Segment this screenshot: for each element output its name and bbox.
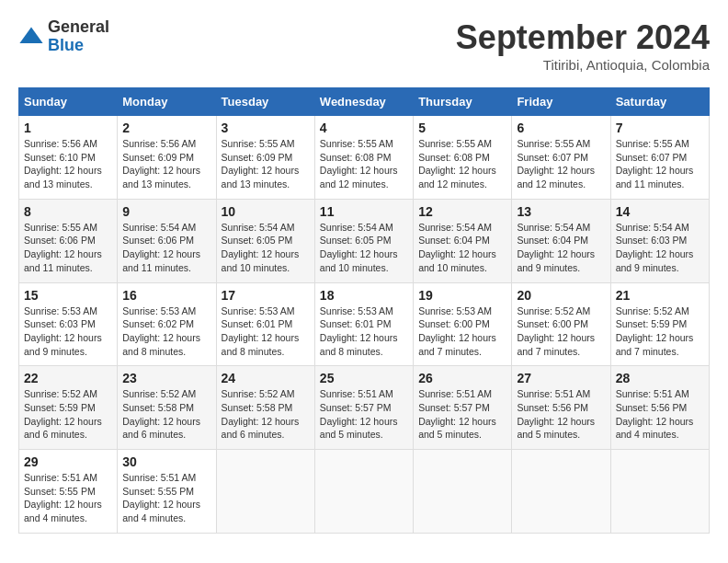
table-row bbox=[314, 450, 413, 534]
day-number: 18 bbox=[320, 288, 408, 303]
day-number: 3 bbox=[222, 121, 310, 135]
day-number: 16 bbox=[122, 288, 210, 303]
location-subtitle: Titiribi, Antioquia, Colombia bbox=[456, 57, 710, 73]
table-row: 27 Sunrise: 5:51 AM Sunset: 5:56 PM Dayl… bbox=[512, 366, 610, 450]
day-number: 25 bbox=[320, 371, 408, 385]
day-info: Sunrise: 5:52 AM Sunset: 5:58 PM Dayligh… bbox=[122, 387, 210, 442]
col-friday: Friday bbox=[512, 88, 610, 116]
day-info: Sunrise: 5:51 AM Sunset: 5:55 PM Dayligh… bbox=[24, 471, 112, 525]
title-area: September 2024 Titiribi, Antioquia, Colo… bbox=[456, 18, 710, 73]
table-row: 2 Sunrise: 5:56 AM Sunset: 6:09 PM Dayli… bbox=[118, 116, 216, 200]
table-row: 7 Sunrise: 5:55 AM Sunset: 6:07 PM Dayli… bbox=[610, 116, 709, 200]
calendar-week-row: 8 Sunrise: 5:55 AM Sunset: 6:06 PM Dayli… bbox=[19, 199, 710, 282]
day-info: Sunrise: 5:56 AM Sunset: 6:10 PM Dayligh… bbox=[24, 137, 112, 191]
table-row: 11 Sunrise: 5:54 AM Sunset: 6:05 PM Dayl… bbox=[314, 199, 413, 282]
table-row: 17 Sunrise: 5:53 AM Sunset: 6:01 PM Dayl… bbox=[216, 282, 314, 366]
logo-icon bbox=[18, 24, 44, 50]
day-number: 29 bbox=[24, 454, 112, 469]
table-row bbox=[610, 450, 709, 534]
day-info: Sunrise: 5:52 AM Sunset: 6:00 PM Dayligh… bbox=[517, 304, 605, 359]
table-row: 30 Sunrise: 5:51 AM Sunset: 5:55 PM Dayl… bbox=[118, 450, 216, 534]
day-info: Sunrise: 5:51 AM Sunset: 5:56 PM Dayligh… bbox=[517, 387, 605, 442]
day-number: 2 bbox=[122, 121, 210, 135]
table-row: 20 Sunrise: 5:52 AM Sunset: 6:00 PM Dayl… bbox=[512, 282, 610, 366]
day-number: 13 bbox=[517, 204, 605, 219]
day-info: Sunrise: 5:52 AM Sunset: 5:59 PM Dayligh… bbox=[24, 387, 112, 442]
day-info: Sunrise: 5:55 AM Sunset: 6:08 PM Dayligh… bbox=[418, 137, 506, 191]
table-row: 26 Sunrise: 5:51 AM Sunset: 5:57 PM Dayl… bbox=[414, 366, 512, 450]
table-row: 23 Sunrise: 5:52 AM Sunset: 5:58 PM Dayl… bbox=[118, 366, 216, 450]
day-info: Sunrise: 5:53 AM Sunset: 6:03 PM Dayligh… bbox=[24, 304, 112, 359]
table-row: 21 Sunrise: 5:52 AM Sunset: 5:59 PM Dayl… bbox=[610, 282, 709, 366]
table-row: 24 Sunrise: 5:52 AM Sunset: 5:58 PM Dayl… bbox=[216, 366, 314, 450]
day-info: Sunrise: 5:51 AM Sunset: 5:57 PM Dayligh… bbox=[320, 387, 408, 442]
day-info: Sunrise: 5:53 AM Sunset: 6:02 PM Dayligh… bbox=[122, 304, 210, 359]
table-row: 1 Sunrise: 5:56 AM Sunset: 6:10 PM Dayli… bbox=[19, 116, 118, 200]
day-number: 15 bbox=[24, 288, 112, 303]
calendar-header-row: Sunday Monday Tuesday Wednesday Thursday… bbox=[19, 88, 710, 116]
logo-text: General Blue bbox=[48, 18, 109, 55]
day-info: Sunrise: 5:51 AM Sunset: 5:55 PM Dayligh… bbox=[122, 471, 210, 525]
table-row: 6 Sunrise: 5:55 AM Sunset: 6:07 PM Dayli… bbox=[512, 116, 610, 200]
day-info: Sunrise: 5:54 AM Sunset: 6:06 PM Dayligh… bbox=[122, 221, 210, 275]
table-row: 5 Sunrise: 5:55 AM Sunset: 6:08 PM Dayli… bbox=[414, 116, 512, 200]
day-info: Sunrise: 5:53 AM Sunset: 6:00 PM Dayligh… bbox=[418, 304, 506, 359]
day-number: 7 bbox=[616, 121, 704, 135]
table-row: 14 Sunrise: 5:54 AM Sunset: 6:03 PM Dayl… bbox=[610, 199, 709, 282]
month-title: September 2024 bbox=[456, 18, 710, 57]
day-info: Sunrise: 5:52 AM Sunset: 5:59 PM Dayligh… bbox=[616, 304, 704, 359]
table-row: 19 Sunrise: 5:53 AM Sunset: 6:00 PM Dayl… bbox=[414, 282, 512, 366]
day-number: 24 bbox=[222, 371, 310, 385]
day-number: 8 bbox=[24, 204, 112, 219]
col-sunday: Sunday bbox=[19, 88, 118, 116]
table-row: 9 Sunrise: 5:54 AM Sunset: 6:06 PM Dayli… bbox=[118, 199, 216, 282]
table-row: 4 Sunrise: 5:55 AM Sunset: 6:08 PM Dayli… bbox=[314, 116, 413, 200]
col-saturday: Saturday bbox=[610, 88, 709, 116]
table-row: 3 Sunrise: 5:55 AM Sunset: 6:09 PM Dayli… bbox=[216, 116, 314, 200]
day-info: Sunrise: 5:55 AM Sunset: 6:07 PM Dayligh… bbox=[616, 137, 704, 191]
day-number: 23 bbox=[122, 371, 210, 385]
day-number: 11 bbox=[320, 204, 408, 219]
col-thursday: Thursday bbox=[414, 88, 512, 116]
day-number: 21 bbox=[616, 288, 704, 303]
table-row: 28 Sunrise: 5:51 AM Sunset: 5:56 PM Dayl… bbox=[610, 366, 709, 450]
day-number: 20 bbox=[517, 288, 605, 303]
col-monday: Monday bbox=[118, 88, 216, 116]
table-row: 16 Sunrise: 5:53 AM Sunset: 6:02 PM Dayl… bbox=[118, 282, 216, 366]
day-info: Sunrise: 5:53 AM Sunset: 6:01 PM Dayligh… bbox=[222, 304, 310, 359]
day-info: Sunrise: 5:51 AM Sunset: 5:56 PM Dayligh… bbox=[616, 387, 704, 442]
day-number: 1 bbox=[24, 121, 112, 135]
table-row: 18 Sunrise: 5:53 AM Sunset: 6:01 PM Dayl… bbox=[314, 282, 413, 366]
day-info: Sunrise: 5:54 AM Sunset: 6:05 PM Dayligh… bbox=[222, 221, 310, 275]
col-wednesday: Wednesday bbox=[314, 88, 413, 116]
table-row: 25 Sunrise: 5:51 AM Sunset: 5:57 PM Dayl… bbox=[314, 366, 413, 450]
calendar-week-row: 1 Sunrise: 5:56 AM Sunset: 6:10 PM Dayli… bbox=[19, 116, 710, 200]
day-number: 28 bbox=[616, 371, 704, 385]
day-number: 30 bbox=[122, 454, 210, 469]
day-info: Sunrise: 5:54 AM Sunset: 6:04 PM Dayligh… bbox=[517, 221, 605, 275]
day-number: 9 bbox=[122, 204, 210, 219]
table-row: 22 Sunrise: 5:52 AM Sunset: 5:59 PM Dayl… bbox=[19, 366, 118, 450]
svg-marker-0 bbox=[19, 27, 42, 43]
col-tuesday: Tuesday bbox=[216, 88, 314, 116]
day-info: Sunrise: 5:54 AM Sunset: 6:05 PM Dayligh… bbox=[320, 221, 408, 275]
day-info: Sunrise: 5:55 AM Sunset: 6:08 PM Dayligh… bbox=[320, 137, 408, 191]
day-number: 4 bbox=[320, 121, 408, 135]
table-row bbox=[414, 450, 512, 534]
table-row bbox=[216, 450, 314, 534]
table-row: 15 Sunrise: 5:53 AM Sunset: 6:03 PM Dayl… bbox=[19, 282, 118, 366]
day-info: Sunrise: 5:52 AM Sunset: 5:58 PM Dayligh… bbox=[222, 387, 310, 442]
day-info: Sunrise: 5:55 AM Sunset: 6:09 PM Dayligh… bbox=[222, 137, 310, 191]
day-info: Sunrise: 5:51 AM Sunset: 5:57 PM Dayligh… bbox=[418, 387, 506, 442]
table-row: 29 Sunrise: 5:51 AM Sunset: 5:55 PM Dayl… bbox=[19, 450, 118, 534]
day-number: 6 bbox=[517, 121, 605, 135]
calendar-week-row: 22 Sunrise: 5:52 AM Sunset: 5:59 PM Dayl… bbox=[19, 366, 710, 450]
table-row: 10 Sunrise: 5:54 AM Sunset: 6:05 PM Dayl… bbox=[216, 199, 314, 282]
table-row bbox=[512, 450, 610, 534]
day-number: 5 bbox=[418, 121, 506, 135]
day-info: Sunrise: 5:53 AM Sunset: 6:01 PM Dayligh… bbox=[320, 304, 408, 359]
table-row: 12 Sunrise: 5:54 AM Sunset: 6:04 PM Dayl… bbox=[414, 199, 512, 282]
day-number: 17 bbox=[222, 288, 310, 303]
day-info: Sunrise: 5:55 AM Sunset: 6:07 PM Dayligh… bbox=[517, 137, 605, 191]
logo: General Blue bbox=[18, 18, 109, 55]
